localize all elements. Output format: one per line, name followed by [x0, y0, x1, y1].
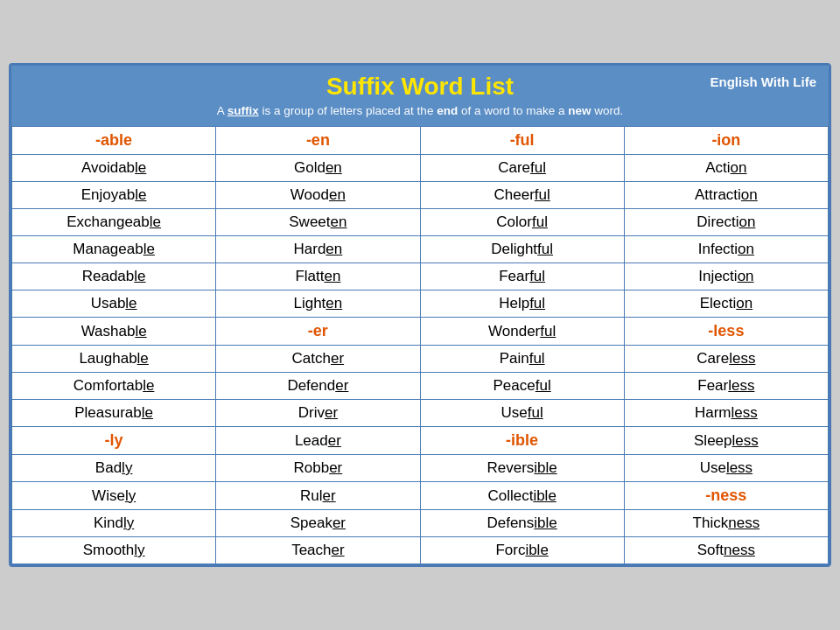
- table-row: ReadableFlattenFearfulInjection: [12, 263, 829, 290]
- table-row: Washable-erWonderful-less: [12, 318, 829, 346]
- table-cell: Colorful: [420, 209, 624, 236]
- table-cell: Teacher: [216, 537, 420, 564]
- table-cell: -less: [624, 318, 828, 346]
- table-cell: -ly: [12, 427, 216, 455]
- table-cell: -er: [216, 318, 420, 346]
- table-cell: Harmless: [624, 400, 828, 427]
- table-cell: Careful: [420, 155, 624, 182]
- table-cell: Enjoyable: [12, 182, 216, 209]
- table-cell: Fearless: [624, 373, 828, 400]
- table-cell: Laughable: [12, 346, 216, 373]
- table-cell: Cheerful: [420, 182, 624, 209]
- table-cell: Manageable: [12, 236, 216, 263]
- table-row: LaughableCatcherPainfulCareless: [12, 346, 829, 373]
- table-row: WiselyRulerCollectible-ness: [12, 482, 829, 510]
- table-cell: Direction: [624, 209, 828, 236]
- table-row: UsableLightenHelpfulElection: [12, 290, 829, 318]
- table-row: SmoothlyTeacherForcibleSoftness: [12, 537, 829, 564]
- table-cell: Sweeten: [216, 209, 420, 236]
- column-header: -ful: [420, 127, 624, 155]
- table-cell: Comfortable: [12, 373, 216, 400]
- column-header: -able: [12, 127, 216, 155]
- table-cell: Election: [624, 290, 828, 318]
- table-row: AvoidableGoldenCarefulAction: [12, 155, 829, 182]
- table-cell: Washable: [12, 318, 216, 346]
- table-cell: -ness: [624, 482, 828, 510]
- table-row: -lyLeader-ibleSleepless: [12, 427, 829, 455]
- end-highlight: end: [437, 104, 458, 117]
- table-row: KindlySpeakerDefensibleThickness: [12, 510, 829, 537]
- word-table: -able-en-ful-ion AvoidableGoldenCarefulA…: [11, 126, 829, 564]
- new-highlight: new: [568, 104, 591, 117]
- table-cell: Smoothly: [12, 537, 216, 564]
- table-cell: Delightful: [420, 236, 624, 263]
- table-row: ManageableHardenDelightfulInfection: [12, 236, 829, 263]
- table-cell: Thickness: [624, 510, 828, 537]
- table-row: ComfortableDefenderPeacefulFearless: [12, 373, 829, 400]
- table-cell: Helpful: [420, 290, 624, 318]
- header: Suffix Word List A suffix is a group of …: [11, 66, 829, 126]
- table-row: PleasurableDriverUsefulHarmless: [12, 400, 829, 427]
- table-cell: Ruler: [216, 482, 420, 510]
- table-cell: Forcible: [420, 537, 624, 564]
- table-cell: Robber: [216, 455, 420, 482]
- table-cell: Lighten: [216, 290, 420, 318]
- table-cell: Collectible: [420, 482, 624, 510]
- column-header: -en: [216, 127, 420, 155]
- table-row: BadlyRobberReversibleUseless: [12, 455, 829, 482]
- table-cell: Painful: [420, 346, 624, 373]
- table-cell: Wooden: [216, 182, 420, 209]
- table-cell: Avoidable: [12, 155, 216, 182]
- column-header-row: -able-en-ful-ion: [12, 127, 829, 155]
- table-cell: Defender: [216, 373, 420, 400]
- table-cell: Injection: [624, 263, 828, 290]
- table-cell: Sleepless: [624, 427, 828, 455]
- table-cell: Peaceful: [420, 373, 624, 400]
- table-cell: Wisely: [12, 482, 216, 510]
- table-cell: Badly: [12, 455, 216, 482]
- table-cell: Driver: [216, 400, 420, 427]
- table-cell: Action: [624, 155, 828, 182]
- table-cell: Softness: [624, 537, 828, 564]
- table-row: EnjoyableWoodenCheerfulAttraction: [12, 182, 829, 209]
- table-cell: Defensible: [420, 510, 624, 537]
- subtitle: A suffix is a group of letters placed at…: [22, 104, 818, 117]
- table-cell: Catcher: [216, 346, 420, 373]
- table-cell: Infection: [624, 236, 828, 263]
- table-cell: Harden: [216, 236, 420, 263]
- suffix-highlight: suffix: [228, 104, 259, 117]
- table-cell: Pleasurable: [12, 400, 216, 427]
- table-cell: Attraction: [624, 182, 828, 209]
- table-cell: Kindly: [12, 510, 216, 537]
- table-cell: Leader: [216, 427, 420, 455]
- table-cell: Fearful: [420, 263, 624, 290]
- page-title: Suffix Word List: [22, 73, 818, 101]
- table-cell: Flatten: [216, 263, 420, 290]
- table-cell: Wonderful: [420, 318, 624, 346]
- column-header: -ion: [624, 127, 828, 155]
- table-cell: -ible: [420, 427, 624, 455]
- table-cell: Careless: [624, 346, 828, 373]
- table-cell: Golden: [216, 155, 420, 182]
- table-cell: Exchangeable: [12, 209, 216, 236]
- table-row: ExchangeableSweetenColorfulDirection: [12, 209, 829, 236]
- table-cell: Speaker: [216, 510, 420, 537]
- table-cell: Useless: [624, 455, 828, 482]
- main-container: Suffix Word List A suffix is a group of …: [9, 63, 831, 567]
- table-cell: Usable: [12, 290, 216, 318]
- table-cell: Useful: [420, 400, 624, 427]
- table-cell: Readable: [12, 263, 216, 290]
- table-cell: Reversible: [420, 455, 624, 482]
- brand-label: English With Life: [710, 74, 816, 89]
